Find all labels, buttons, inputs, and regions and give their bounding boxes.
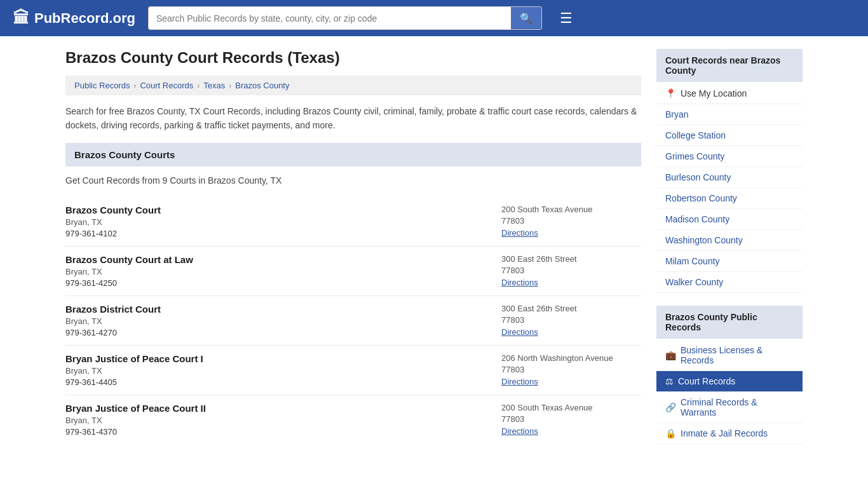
public-records-item-3[interactable]: 🔒Inmate & Jail Records [656, 423, 803, 444]
nearby-item-label: Madison County [665, 214, 729, 224]
location-icon: 📍 [665, 88, 676, 98]
court-address: 300 East 26th Street [501, 304, 641, 313]
court-zip: 77803 [501, 216, 641, 226]
breadcrumb-brazos-county[interactable]: Brazos County [235, 81, 289, 90]
court-city: Bryan, TX [65, 416, 206, 425]
site-logo[interactable]: 🏛 PubRecord.org [13, 8, 135, 28]
court-name: Bryan Justice of Peace Court II [65, 403, 206, 414]
nearby-item-label: Milam County [665, 256, 720, 266]
nearby-item-5[interactable]: Robertson County [656, 188, 803, 209]
main-container: Brazos County Court Records (Texas) Publ… [53, 36, 815, 470]
menu-button[interactable]: ☰ [560, 10, 573, 27]
court-address: 200 South Texas Avenue [501, 403, 641, 412]
breadcrumb-sep-2: › [197, 81, 200, 90]
public-records-item-1[interactable]: ⚖Court Records [656, 371, 803, 392]
main-content: Brazos County Court Records (Texas) Publ… [65, 49, 641, 457]
breadcrumb-sep-1: › [133, 81, 136, 90]
nearby-item-label: College Station [665, 130, 726, 140]
nearby-item-label: Grimes County [665, 151, 724, 161]
pr-icon: 🔗 [665, 402, 676, 412]
page-title: Brazos County Court Records (Texas) [65, 49, 641, 67]
logo-text: PubRecord.org [34, 10, 135, 27]
court-name: Brazos County Court at Law [65, 254, 193, 265]
nearby-item-label: Walker County [665, 277, 723, 287]
public-records-list: 💼Business Licenses & Records⚖Court Recor… [656, 340, 803, 444]
breadcrumb-court-records[interactable]: Court Records [140, 81, 193, 90]
nearby-item-label: Use My Location [681, 88, 747, 98]
nearby-item-6[interactable]: Madison County [656, 209, 803, 230]
court-zip: 77803 [501, 414, 641, 424]
nearby-item-label: Bryan [665, 109, 689, 119]
directions-link[interactable]: Directions [501, 228, 538, 238]
nearby-item-2[interactable]: College Station [656, 125, 803, 146]
court-zip: 77803 [501, 365, 641, 374]
court-zip: 77803 [501, 315, 641, 325]
nearby-item-0[interactable]: 📍Use My Location [656, 83, 803, 104]
breadcrumb-sep-3: › [229, 81, 231, 90]
court-city: Bryan, TX [65, 366, 203, 376]
court-address: 206 North Washington Avenue [501, 353, 641, 363]
court-entry: Bryan Justice of Peace Court II Bryan, T… [65, 395, 641, 444]
pr-item-label: Court Records [678, 376, 735, 386]
court-left-4: Bryan Justice of Peace Court II Bryan, T… [65, 403, 206, 437]
public-records-header: Brazos County Public Records [656, 306, 803, 339]
breadcrumb-texas[interactable]: Texas [203, 81, 225, 90]
court-entry: Brazos County Court Bryan, TX 979-361-41… [65, 197, 641, 247]
nearby-item-3[interactable]: Grimes County [656, 146, 803, 167]
pr-item-label: Business Licenses & Records [681, 345, 794, 365]
court-entry: Brazos County Court at Law Bryan, TX 979… [65, 247, 641, 296]
court-right-0: 200 South Texas Avenue 77803 Directions [501, 205, 641, 238]
nearby-item-9[interactable]: Walker County [656, 272, 803, 293]
nearby-item-4[interactable]: Burleson County [656, 167, 803, 188]
court-phone: 979-361-4102 [65, 229, 161, 238]
court-left-2: Brazos District Court Bryan, TX 979-361-… [65, 304, 161, 337]
nearby-item-7[interactable]: Washington County [656, 230, 803, 251]
court-left-3: Bryan Justice of Peace Court I Bryan, TX… [65, 353, 203, 387]
court-left-1: Brazos County Court at Law Bryan, TX 979… [65, 254, 193, 288]
search-button[interactable]: 🔍 [511, 7, 541, 29]
nearby-item-8[interactable]: Milam County [656, 251, 803, 272]
court-city: Bryan, TX [65, 316, 161, 326]
public-records-section: Brazos County Public Records 💼Business L… [656, 306, 803, 444]
nearby-item-1[interactable]: Bryan [656, 104, 803, 125]
courts-section-header: Brazos County Courts [65, 143, 641, 166]
public-records-item-2[interactable]: 🔗Criminal Records & Warrants [656, 392, 803, 423]
courts-count: Get Court Records from 9 Courts in Brazo… [65, 175, 641, 186]
breadcrumb-public-records[interactable]: Public Records [74, 81, 130, 90]
court-right-4: 200 South Texas Avenue 77803 Directions [501, 403, 641, 437]
pr-item-label: Inmate & Jail Records [681, 428, 768, 438]
court-zip: 77803 [501, 266, 641, 275]
page-description: Search for free Brazos County, TX Court … [65, 104, 641, 133]
court-address: 200 South Texas Avenue [501, 205, 641, 214]
search-input[interactable] [149, 7, 511, 29]
pr-icon: 🔒 [665, 428, 676, 438]
nearby-item-label: Burleson County [665, 172, 731, 182]
court-entry: Brazos District Court Bryan, TX 979-361-… [65, 296, 641, 346]
court-right-3: 206 North Washington Avenue 77803 Direct… [501, 353, 641, 387]
court-name: Brazos County Court [65, 205, 161, 215]
nearby-section: Court Records near Brazos County 📍Use My… [656, 49, 803, 293]
court-phone: 979-361-4270 [65, 328, 161, 337]
court-right-2: 300 East 26th Street 77803 Directions [501, 304, 641, 337]
nearby-item-label: Robertson County [665, 193, 737, 203]
nearby-list: 📍Use My LocationBryanCollege StationGrim… [656, 83, 803, 293]
directions-link[interactable]: Directions [501, 426, 538, 436]
court-phone: 979-361-4370 [65, 427, 206, 437]
court-city: Bryan, TX [65, 267, 193, 276]
court-address: 300 East 26th Street [501, 254, 641, 264]
pr-icon: ⚖ [665, 376, 674, 386]
directions-link[interactable]: Directions [501, 278, 538, 287]
court-entry: Bryan Justice of Peace Court I Bryan, TX… [65, 346, 641, 395]
search-icon: 🔍 [520, 13, 532, 24]
logo-icon: 🏛 [13, 8, 29, 28]
court-phone: 979-361-4405 [65, 377, 203, 387]
search-bar: 🔍 [148, 6, 542, 30]
pr-icon: 💼 [665, 350, 676, 360]
directions-link[interactable]: Directions [501, 327, 538, 337]
public-records-item-0[interactable]: 💼Business Licenses & Records [656, 340, 803, 371]
court-city: Bryan, TX [65, 217, 161, 227]
directions-link[interactable]: Directions [501, 377, 538, 386]
court-phone: 979-361-4250 [65, 278, 193, 288]
pr-item-label: Criminal Records & Warrants [681, 397, 794, 417]
courts-list: Brazos County Court Bryan, TX 979-361-41… [65, 197, 641, 444]
